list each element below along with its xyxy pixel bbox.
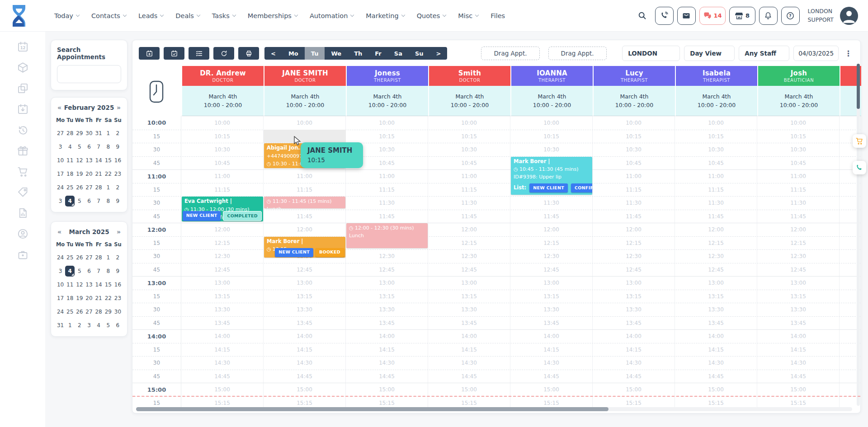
sidebar-package-icon[interactable] <box>17 61 29 74</box>
schedule-cell[interactable]: 11:30 <box>593 197 675 210</box>
schedule-cell[interactable]: 11:00 <box>428 170 510 183</box>
day-tab-we[interactable]: We <box>325 47 348 60</box>
schedule-cell[interactable]: 13:00 <box>346 277 428 290</box>
schedule-cell[interactable]: 10:15 <box>510 130 593 143</box>
help-button[interactable]: ? <box>781 7 800 25</box>
calendar-day[interactable]: 15 <box>104 279 113 290</box>
schedule-cell[interactable]: 15:00 <box>593 383 675 396</box>
schedule-cell[interactable]: 10:00 <box>181 116 264 130</box>
schedule-cell[interactable]: 13:30 <box>181 303 264 316</box>
calendar-day[interactable]: 16 <box>113 155 123 166</box>
schedule-cell[interactable]: 14:30 <box>181 357 264 370</box>
schedule-cell[interactable]: 12:15 <box>428 237 510 250</box>
schedule-cell[interactable]: 10:45 <box>428 157 510 170</box>
staff-header[interactable]: JonessTHERAPIST <box>346 66 428 86</box>
add-appointment-button[interactable] <box>139 47 160 60</box>
horizontal-scrollbar[interactable] <box>136 407 852 411</box>
calendar-day[interactable]: 29 <box>75 128 84 139</box>
schedule-cell[interactable]: 11:30 <box>757 197 840 210</box>
schedule-cell[interactable]: 11:30 <box>675 197 757 210</box>
schedule-cell[interactable]: 13:00 <box>593 277 675 290</box>
calendar-day[interactable]: 24 <box>56 252 65 263</box>
schedule-cell[interactable]: 12:00 <box>675 223 757 236</box>
day-tab-su[interactable]: Su <box>409 47 430 60</box>
more-options-button[interactable]: ⋮ <box>843 49 854 58</box>
sidebar-calendar-import-icon[interactable] <box>17 103 29 115</box>
date-picker[interactable]: 04/03/2025 <box>793 46 839 61</box>
schedule-cell[interactable]: 15:15 <box>757 397 840 408</box>
day-tab-<[interactable]: < <box>264 47 282 60</box>
schedule-cell[interactable]: 15:15 <box>428 397 510 408</box>
schedule-cell[interactable]: 13:00 <box>675 277 757 290</box>
nav-item-memberships[interactable]: Memberships <box>248 12 297 19</box>
calendar-day[interactable]: 2 <box>113 182 123 193</box>
calendar-day[interactable]: 23 <box>113 169 123 179</box>
schedule-cell[interactable]: 13:30 <box>264 303 346 316</box>
calendar-day[interactable]: 19 <box>75 169 84 179</box>
calendar-day[interactable]: 10 <box>56 155 65 166</box>
schedule-cell[interactable]: 11:45 <box>675 210 757 223</box>
schedule-cell[interactable]: 13:15 <box>428 290 510 303</box>
calendar-day[interactable]: 1 <box>65 320 75 331</box>
schedule-cell[interactable]: 12:30 <box>593 250 675 263</box>
calendar-day[interactable]: 10 <box>56 279 65 290</box>
drag-appointment-button-2[interactable]: Drag Appt. <box>548 47 607 60</box>
calendar-day[interactable]: 23 <box>113 293 123 304</box>
calendar-prev-button[interactable]: « <box>57 228 61 235</box>
nav-item-contacts[interactable]: Contacts <box>91 12 126 19</box>
day-tab->[interactable]: > <box>430 47 448 60</box>
calendar-next-button[interactable]: » <box>117 228 121 235</box>
schedule-cell[interactable]: 10:15 <box>757 130 840 143</box>
calendar-day[interactable]: 9 <box>113 266 123 277</box>
view-select[interactable]: Day View <box>684 46 735 61</box>
calendar-day[interactable]: 27 <box>84 306 94 317</box>
calendar-prev-button[interactable]: « <box>57 104 61 111</box>
calendar-day[interactable]: 30 <box>113 306 123 317</box>
schedule-cell[interactable]: 10:15 <box>593 130 675 143</box>
schedule-cell[interactable]: 15:15 <box>675 397 757 408</box>
schedule-cell[interactable]: 10:15 <box>181 130 264 143</box>
staff-header[interactable]: IOANNATHERAPIST <box>510 66 593 86</box>
calendar-day[interactable]: 1 <box>104 182 113 193</box>
appointment-block[interactable]: Mark Borer |12:15 -NEW CLIENTBOOKED <box>264 237 345 258</box>
nav-item-quotes[interactable]: Quotes <box>417 12 446 19</box>
calendar-day[interactable]: 26 <box>75 306 84 317</box>
calendar-day[interactable]: 11 <box>65 155 75 166</box>
schedule-cell[interactable]: 14:30 <box>757 357 840 370</box>
schedule-cell[interactable]: 11:45 <box>757 210 840 223</box>
schedule-cell[interactable]: 13:00 <box>757 277 840 290</box>
hovered-cell[interactable] <box>264 130 346 143</box>
calendar-day[interactable]: 27 <box>56 128 65 139</box>
schedule-cell[interactable]: 15:15 <box>510 397 593 408</box>
schedule-cell[interactable]: 15:15 <box>264 397 346 408</box>
calendar-day[interactable]: 8 <box>104 141 113 152</box>
schedule-cell[interactable]: 13:45 <box>264 317 346 330</box>
schedule-cell[interactable]: 13:45 <box>675 317 757 330</box>
schedule-cell[interactable]: 11:15 <box>757 183 840 197</box>
schedule-cell[interactable]: 14:00 <box>675 330 757 343</box>
schedule-cell[interactable]: 12:30 <box>428 250 510 263</box>
schedule-cell[interactable]: 11:15 <box>181 183 264 197</box>
appointment-block[interactable]: Eva Cartwright |11:30 - 12:00 (30 mins)I… <box>182 197 263 221</box>
calendar-day[interactable]: 2 <box>113 128 123 139</box>
schedule-cell[interactable]: 14:00 <box>593 330 675 343</box>
quick-call-button[interactable] <box>853 161 866 174</box>
schedule-cell[interactable]: 12:00 <box>428 223 510 236</box>
calendar-day[interactable]: 1 <box>104 128 113 139</box>
location-select[interactable]: LONDON <box>622 46 680 61</box>
day-tab-sa[interactable]: Sa <box>388 47 409 60</box>
avatar[interactable] <box>840 7 858 25</box>
calendar-day[interactable]: 28 <box>65 128 75 139</box>
calendar-day[interactable]: 3 <box>56 266 65 277</box>
schedule-cell[interactable]: 14:30 <box>428 357 510 370</box>
calendar-day[interactable]: 11 <box>65 279 75 290</box>
appointment-block[interactable]: Mark Borer |10:45 - 11:30 (45 mins)ID#93… <box>511 157 592 195</box>
calendar-day[interactable]: 24 <box>56 306 65 317</box>
schedule-cell[interactable]: 15:00 <box>264 383 346 396</box>
calendar-day[interactable]: 3 <box>56 196 65 206</box>
calendar-day[interactable]: 19 <box>75 293 84 304</box>
schedule-cell[interactable]: 13:30 <box>346 303 428 316</box>
schedule-cell[interactable]: 11:00 <box>593 170 675 183</box>
schedule-cell[interactable]: 14:00 <box>428 330 510 343</box>
drag-appointment-button-1[interactable]: Drag Appt. <box>481 47 539 60</box>
